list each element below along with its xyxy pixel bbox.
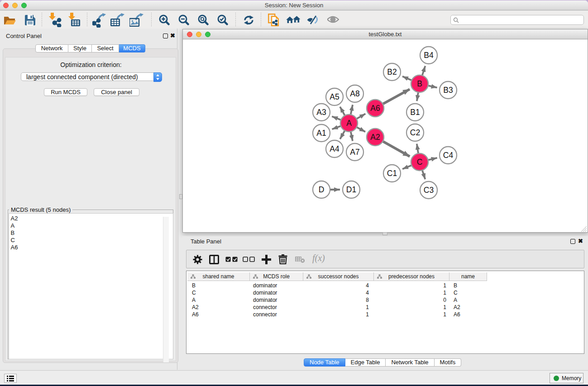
svg-text:B3: B3 [443, 86, 453, 95]
svg-text:C4: C4 [443, 151, 454, 160]
svg-text:A5: A5 [330, 92, 339, 101]
svg-text:A7: A7 [350, 148, 359, 157]
svg-text:A1: A1 [316, 129, 326, 138]
svg-text:C3: C3 [424, 186, 434, 195]
svg-text:A: A [346, 119, 352, 128]
svg-text:A2: A2 [370, 133, 380, 142]
svg-text:A8: A8 [350, 89, 359, 98]
svg-text:B2: B2 [387, 67, 397, 76]
svg-text:A3: A3 [316, 108, 326, 117]
svg-text:A4: A4 [330, 144, 339, 153]
svg-text:B4: B4 [424, 51, 434, 60]
svg-text:C2: C2 [410, 128, 420, 137]
svg-text:B1: B1 [410, 108, 420, 117]
svg-text:B: B [417, 79, 422, 88]
svg-text:A6: A6 [370, 104, 380, 113]
svg-text:D1: D1 [346, 185, 356, 194]
svg-text:C1: C1 [387, 169, 397, 178]
svg-text:C: C [417, 157, 423, 167]
svg-text:D: D [319, 185, 325, 194]
